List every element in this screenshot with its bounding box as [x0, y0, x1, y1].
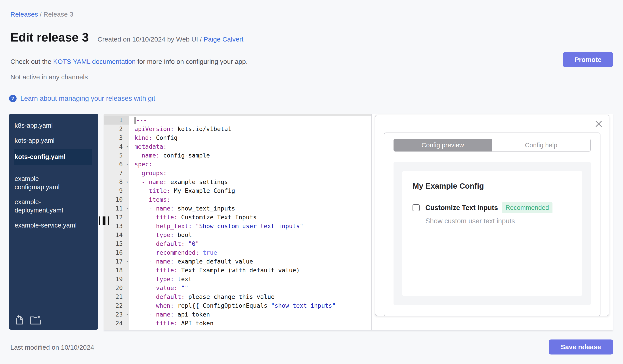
- preview-body: My Example Config Customize Text Inputs …: [394, 162, 591, 305]
- file-list: k8s-app.yamlkots-app.yamlkots-config.yam…: [9, 114, 98, 311]
- gutter-line-number[interactable]: 2: [104, 124, 129, 133]
- main-row: k8s-app.yamlkots-app.yamlkots-config.yam…: [9, 114, 613, 331]
- sidebar-file-item[interactable]: example-deployment.yaml: [9, 195, 92, 218]
- pane-resize-handle-left[interactable]: [99, 217, 104, 225]
- gutter-line-number[interactable]: 1: [104, 116, 129, 124]
- handle-column-left: [98, 114, 104, 331]
- code-line[interactable]: type: text: [134, 275, 371, 283]
- gutter-line-number[interactable]: 11▾: [104, 204, 129, 213]
- gutter-line-number[interactable]: 10: [104, 195, 129, 204]
- channel-status: Not active in any channels: [10, 73, 88, 81]
- gutter-line-number[interactable]: 17▾: [104, 257, 129, 266]
- code-line[interactable]: ---: [134, 116, 371, 124]
- sidebar-file-item[interactable]: k8s-app.yaml: [9, 118, 92, 133]
- created-text: Created on 10/10/2024 by Web UI /: [97, 36, 204, 43]
- breadcrumb: Releases/Release 3: [10, 11, 73, 18]
- fold-arrow-icon[interactable]: ▾: [126, 257, 128, 266]
- gutter-line-number[interactable]: 5: [104, 151, 129, 160]
- customize-text-inputs-checkbox[interactable]: [413, 204, 420, 211]
- gutter-line-number[interactable]: 15: [104, 240, 129, 248]
- gutter-line-number[interactable]: 7: [104, 169, 129, 178]
- gutter-line-number[interactable]: 20: [104, 283, 129, 292]
- editor-code-area[interactable]: ---apiVersion: kots.io/v1beta1kind: Conf…: [129, 116, 371, 330]
- code-line[interactable]: title: Customize Text Inputs: [134, 213, 371, 222]
- gutter-line-number[interactable]: 8▾: [104, 178, 129, 186]
- sidebar-file-item[interactable]: example-service.yaml: [9, 218, 92, 233]
- save-release-button[interactable]: Save release: [549, 340, 613, 355]
- fold-arrow-icon[interactable]: ▾: [126, 178, 128, 186]
- tab-config-help[interactable]: Config help: [492, 139, 591, 152]
- gutter-line-number[interactable]: 4▾: [104, 142, 129, 151]
- code-line[interactable]: title: Text Example (with default value): [134, 266, 371, 275]
- created-info: Created on 10/10/2024 by Web UI / Paige …: [97, 36, 244, 43]
- code-line[interactable]: - name: api_token: [134, 310, 371, 319]
- promote-button[interactable]: Promote: [563, 52, 613, 67]
- code-line[interactable]: spec:: [134, 160, 371, 169]
- fold-arrow-icon[interactable]: ▾: [126, 142, 128, 151]
- breadcrumb-separator: /: [40, 11, 42, 18]
- preview-pane: Config preview Config help My Example Co…: [372, 114, 613, 330]
- fold-arrow-icon[interactable]: ▾: [126, 310, 128, 319]
- preview-inner-card: Config preview Config help My Example Co…: [384, 133, 601, 316]
- new-folder-icon[interactable]: [30, 315, 41, 325]
- code-line[interactable]: recommended: true: [134, 248, 371, 257]
- gutter-line-number[interactable]: 3: [104, 133, 129, 142]
- gutter-line-number[interactable]: 24: [104, 319, 129, 328]
- close-icon[interactable]: [594, 120, 603, 128]
- code-line[interactable]: default: please change this value: [134, 292, 371, 301]
- code-line[interactable]: kind: Config: [134, 133, 371, 142]
- code-line[interactable]: metadata:: [134, 142, 371, 151]
- code-line[interactable]: - name: show_text_inputs: [134, 204, 371, 213]
- code-line[interactable]: groups:: [134, 169, 371, 178]
- sidebar-file-item[interactable]: kots-config.yaml: [14, 149, 92, 165]
- gutter-line-number[interactable]: 21: [104, 292, 129, 301]
- editor-top-strip: [104, 114, 371, 116]
- code-line[interactable]: name: config-sample: [134, 151, 371, 160]
- sidebar-file-item[interactable]: kots-app.yaml: [9, 133, 92, 148]
- gutter-line-number[interactable]: 14: [104, 231, 129, 240]
- code-line[interactable]: title: My Example Config: [134, 186, 371, 195]
- file-sidebar: k8s-app.yamlkots-app.yamlkots-config.yam…: [9, 114, 98, 330]
- code-line[interactable]: items:: [134, 195, 371, 204]
- config-group-title: My Example Config: [413, 182, 572, 190]
- tab-config-preview[interactable]: Config preview: [394, 139, 492, 152]
- docs-prefix: Check out the: [10, 58, 53, 65]
- sidebar-file-item[interactable]: example-configmap.yaml: [9, 171, 92, 195]
- kots-yaml-docs-link[interactable]: KOTS YAML documentation: [53, 58, 135, 65]
- config-preview-panel: Config preview Config help My Example Co…: [375, 115, 609, 316]
- code-line[interactable]: value: "": [134, 283, 371, 292]
- code-line[interactable]: title: API token: [134, 319, 371, 328]
- code-line[interactable]: default: "0": [134, 240, 371, 248]
- breadcrumb-current: Release 3: [43, 11, 73, 18]
- code-line[interactable]: - name: example_default_value: [134, 257, 371, 266]
- code-line[interactable]: help_text: "Show custom user text inputs…: [134, 222, 371, 231]
- code-line[interactable]: type: password: [134, 328, 371, 330]
- code-line[interactable]: when: repl{{ ConfigOptionEquals "show_te…: [134, 301, 371, 310]
- sidebar-footer: [9, 311, 98, 330]
- git-help-row: ? Learn about managing your releases wit…: [9, 95, 155, 102]
- fold-arrow-icon[interactable]: ▾: [126, 204, 128, 213]
- code-line[interactable]: - name: example_settings: [134, 178, 371, 186]
- gutter-line-number[interactable]: 19: [104, 275, 129, 283]
- gutter-line-number[interactable]: 18: [104, 266, 129, 275]
- breadcrumb-releases-link[interactable]: Releases: [10, 11, 38, 18]
- config-item-help-text: Show custom user text inputs: [425, 217, 572, 225]
- gutter-line-number[interactable]: 22: [104, 301, 129, 310]
- workspace: 1234▾56▾78▾91011▾121314151617▾1819202122…: [104, 114, 613, 330]
- code-line[interactable]: type: bool: [134, 231, 371, 240]
- gutter-line-number[interactable]: 6▾: [104, 160, 129, 169]
- gutter-line-number[interactable]: 9: [104, 186, 129, 195]
- author-link[interactable]: Paige Calvert: [204, 36, 244, 43]
- last-modified-text: Last modified on 10/10/2024: [10, 344, 94, 351]
- git-releases-link[interactable]: Learn about managing your releases with …: [20, 95, 155, 102]
- gutter-line-number[interactable]: 16: [104, 248, 129, 257]
- fold-arrow-icon[interactable]: ▾: [126, 160, 128, 169]
- question-icon[interactable]: ?: [9, 95, 17, 102]
- new-file-icon[interactable]: [15, 315, 25, 325]
- gutter-line-number[interactable]: 25: [104, 328, 129, 330]
- code-line[interactable]: apiVersion: kots.io/v1beta1: [134, 124, 371, 133]
- gutter-line-number[interactable]: 23▾: [104, 310, 129, 319]
- preview-tabs: Config preview Config help: [394, 139, 591, 152]
- config-item-row: Customize Text Inputs Recommended: [413, 202, 572, 213]
- yaml-editor[interactable]: 1234▾56▾78▾91011▾121314151617▾1819202122…: [104, 114, 372, 330]
